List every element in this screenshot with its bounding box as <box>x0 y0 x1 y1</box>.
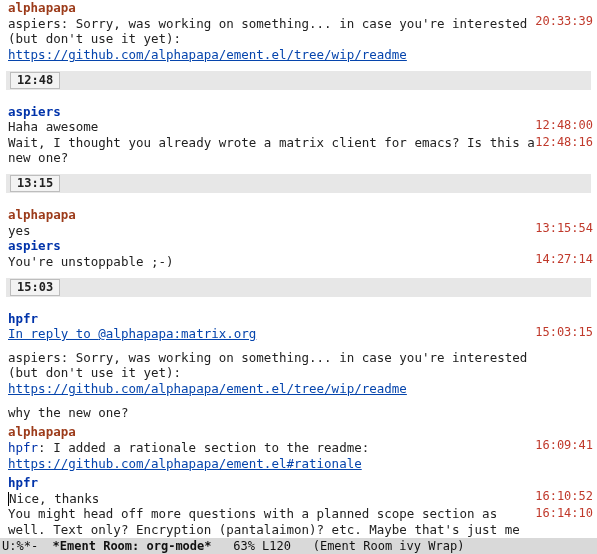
message-text: : I added a rationale section to the rea… <box>38 440 369 455</box>
link[interactable]: https://github.com/alphapapa/ement.el/tr… <box>8 47 407 62</box>
message: 16:14:10 You might head off more questio… <box>0 506 597 538</box>
time-divider-label: 13:15 <box>10 175 60 192</box>
timestamp: 16:14:10 <box>535 506 593 521</box>
timestamp: 12:48:16 <box>535 135 593 150</box>
message: 13:15:54 alphapapa yes <box>0 207 597 238</box>
chat-log: 20:33:39 alphapapa aspiers: Sorry, was w… <box>0 0 597 538</box>
message-body: You're unstoppable ;-) <box>8 254 539 270</box>
message-body: You might head off more questions with a… <box>8 506 539 538</box>
timestamp: 16:10:52 <box>535 489 593 504</box>
message-body: Wait, I thought you already wrote a matr… <box>8 135 539 166</box>
quoted-body: aspiers: Sorry, was working on something… <box>8 350 539 397</box>
message-body: yes <box>8 223 539 239</box>
mode-line-buffer-name: *Ement Room: org-mode* <box>53 539 212 553</box>
mode-line-flags: U:%*- <box>2 539 53 553</box>
message: 16:09:41 alphapapa hpfr: I added a ratio… <box>0 424 597 471</box>
reply-link[interactable]: In reply to @alphapapa:matrix.org <box>8 326 256 341</box>
time-divider-label: 15:03 <box>10 279 60 296</box>
time-divider: 13:15 <box>6 174 591 193</box>
mode-line-info: 63% L120 (Ement Room ivy Wrap) <box>212 539 465 553</box>
sender-alphapapa: alphapapa <box>8 424 539 440</box>
sender-hpfr: hpfr <box>8 311 539 327</box>
mention-hpfr: hpfr <box>8 440 38 455</box>
mode-line: U:%*- *Ement Room: org-mode* 63% L120 (E… <box>0 538 597 554</box>
sender-hpfr: hpfr <box>8 475 539 491</box>
time-divider: 15:03 <box>6 278 591 297</box>
time-divider-label: 12:48 <box>10 72 60 89</box>
message-text: aspiers: Sorry, was working on something… <box>8 16 527 47</box>
link[interactable]: https://github.com/alphapapa/ement.el#ra… <box>8 456 362 471</box>
sender-alphapapa: alphapapa <box>8 207 539 223</box>
link[interactable]: https://github.com/alphapapa/ement.el/tr… <box>8 381 407 396</box>
timestamp: 20:33:39 <box>535 14 593 29</box>
message-body: hpfr: I added a rationale section to the… <box>8 440 539 471</box>
sender-alphapapa: alphapapa <box>8 0 539 16</box>
sender-aspiers: aspiers <box>8 104 539 120</box>
timestamp: 16:09:41 <box>535 438 593 453</box>
message-body: aspiers: Sorry, was working on something… <box>8 16 539 63</box>
timestamp: 12:48:00 <box>535 118 593 133</box>
timestamp: 14:27:14 <box>535 252 593 267</box>
message: 20:33:39 alphapapa aspiers: Sorry, was w… <box>0 0 597 63</box>
message: 15:03:15 hpfr In reply to @alphapapa:mat… <box>0 311 597 421</box>
message-body: Nice, thanks <box>8 491 539 507</box>
timestamp: 15:03:15 <box>535 325 593 340</box>
timestamp: 13:15:54 <box>535 221 593 236</box>
message: 12:48:16 Wait, I thought you already wro… <box>0 135 597 166</box>
message: 16:10:52 hpfr Nice, thanks <box>0 475 597 506</box>
message-body: why the new one? <box>8 405 539 421</box>
quoted-text: aspiers: Sorry, was working on something… <box>8 350 527 381</box>
message-body: Haha awesome <box>8 119 539 135</box>
message: 14:27:14 aspiers You're unstoppable ;-) <box>0 238 597 269</box>
sender-aspiers: aspiers <box>8 238 539 254</box>
message: 12:48:00 aspiers Haha awesome <box>0 104 597 135</box>
message-text: You might head off more questions with a… <box>8 506 520 538</box>
time-divider: 12:48 <box>6 71 591 90</box>
reply-reference: In reply to @alphapapa:matrix.org <box>8 326 539 342</box>
